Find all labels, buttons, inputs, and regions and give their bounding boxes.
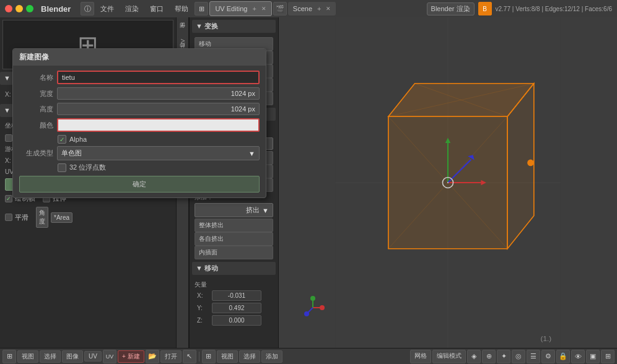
confirm-button[interactable]: 确定 [19,176,260,193]
svg-point-26 [527,160,534,167]
tool-10[interactable]: ⊞ [601,350,615,363]
smooth-row: 平滑 角度 *Area [2,206,173,229]
svg-point-32 [310,296,315,301]
tool-1[interactable]: ◈ [467,350,481,363]
bottom-bar: ⊞ 视图 选择 图像 UV UV + 新建 📂 打开 ↖ ⊞ 视图 选择 添加 … [0,348,617,364]
cursor-icon[interactable]: ↖ [183,350,196,363]
menu-file[interactable]: 文件 [95,2,119,16]
bottom-uv[interactable]: UV [84,351,102,362]
extrude-all-btn[interactable]: 整体挤出 [195,219,273,232]
gen-type-dropdown[interactable]: 单色图 ▼ [57,146,260,160]
height-label: 高度 [19,105,53,114]
window-controls[interactable] [5,5,33,12]
right-top: 用户视图 (透视) [279,17,617,348]
draw-frames-checkbox[interactable]: ✓ [5,195,12,202]
maximize-button[interactable] [26,5,33,12]
new-image-button[interactable]: + 新建 [118,350,144,363]
title-bar-right: Blender 渲染 B v2.77 | Verts:8/8 | Edges:1… [427,2,612,15]
gen-type-value: 单色图 [61,149,82,158]
open-btn[interactable]: 打开 [160,350,182,363]
separator-1 [199,352,199,362]
scene-label: Scene [293,5,312,12]
move-y-input[interactable] [212,303,261,313]
tool-9[interactable]: ▣ [586,350,600,363]
mesh-btn[interactable]: 网格 [410,350,431,363]
tab2-add-icon[interactable]: + [315,4,323,14]
tool-5[interactable]: ☰ [527,350,540,363]
uv-editing-label: UV Editing [215,5,247,12]
tab-uv-editing[interactable]: UV Editing + ✕ [209,1,271,16]
inset-btn[interactable]: 内插面 [195,246,273,259]
vert-btn-h[interactable]: H [178,20,187,29]
3d-icon[interactable]: ⊞ [202,350,216,363]
area-btn[interactable]: *Area [51,212,72,223]
transform-section[interactable]: ▼ 变换 [192,20,276,33]
float32-row: 32 位浮点数 [19,163,260,172]
edit-mode-btn[interactable]: 编辑模式 [432,350,466,363]
name-input[interactable] [57,71,260,84]
move-y-label: Y: [197,305,209,311]
tab-scene[interactable]: Scene + ✕ [288,2,336,15]
add3d-btn[interactable]: 添加 [261,350,282,363]
move-label: ▼ 移动 [196,264,218,273]
bottom-icon-1[interactable]: ⊞ [2,350,16,363]
smooth-checkbox[interactable] [5,214,12,221]
move-y-row: Y: [195,303,273,313]
extrude-slider[interactable]: 挤出 ▼ [195,203,273,217]
bottom-image[interactable]: 图像 [62,350,83,363]
view3d-btn[interactable]: 视图 [217,350,238,363]
vector-label: 矢量 [195,279,273,290]
alpha-checkbox[interactable]: ✓ [58,135,66,144]
alpha-label: Alpha [69,136,87,143]
dropdown-arrow: ▼ [248,150,255,157]
move-z-input[interactable] [212,315,261,326]
select3d-btn[interactable]: 选择 [239,350,260,363]
tool-3[interactable]: ✦ [497,350,510,363]
vert-btn-uv[interactable]: UV [178,37,187,50]
gizmo-svg [297,292,328,323]
viewport-content: (1.) [279,17,617,348]
version-info: v2.77 | Verts:8/8 | Edges:12/12 | Faces:… [496,6,612,12]
angle-btn[interactable]: 角度 [36,207,48,228]
menu-window[interactable]: 窗口 [145,2,168,16]
width-slider[interactable]: 1024 px [57,87,260,100]
gen-type-row: 生成类型 单色图 ▼ [19,146,260,160]
info-icon[interactable]: ⓘ [81,2,94,15]
tab2-close-icon[interactable]: ✕ [326,6,331,12]
move-content: 矢量 X: Y: Z: [192,277,276,330]
dialog-title: 新建图像 [13,49,266,66]
minimize-button[interactable] [15,5,23,12]
extrude-each-btn[interactable]: 各自挤出 [195,232,273,246]
bottom-right: 网格 编辑模式 ◈ ⊕ ✦ ◎ ☰ ⚙ 🔒 👁 ▣ ⊞ [410,350,615,363]
scene-icon[interactable]: 🎬 [273,2,287,15]
viewport[interactable]: 用户视图 (透视) [279,17,617,348]
smooth-label: 平滑 [15,213,28,222]
normalize-checkbox[interactable] [5,134,12,142]
bottom-view[interactable]: 视图 [17,350,38,363]
uv-icon[interactable]: UV [103,350,116,363]
tab-close-icon[interactable]: ✕ [261,6,266,12]
tab-add-icon[interactable]: + [250,4,258,14]
tool-8[interactable]: 👁 [571,350,585,363]
move-section[interactable]: ▼ 移动 [192,262,276,275]
move-z-row: Z: [195,315,273,326]
tool-2[interactable]: ⊕ [482,350,496,363]
layout-icon[interactable]: ⊞ [195,2,208,15]
height-slider[interactable]: 1024 px [57,103,260,115]
height-value: 1024 px [231,105,255,113]
bottom-select[interactable]: 选择 [40,350,61,363]
move-z-label: Z: [197,317,209,324]
menu-help[interactable]: 帮助 [170,2,193,16]
close-button[interactable] [5,5,12,12]
menu-render[interactable]: 渲染 [120,2,144,16]
tool-4[interactable]: ◎ [512,350,525,363]
float32-checkbox[interactable] [58,163,66,172]
color-swatch[interactable] [57,118,260,132]
tool-6[interactable]: ⚙ [541,350,555,363]
engine-dropdown[interactable]: Blender 渲染 [427,2,475,15]
title-bar: Blender ⓘ 文件 渲染 窗口 帮助 ⊞ UV Editing + ✕ 🎬… [0,0,617,17]
open-icon[interactable]: 📂 [146,350,159,363]
vert-btn-side[interactable]: 侧 [177,30,188,35]
move-x-input[interactable] [212,290,261,301]
tool-7[interactable]: 🔒 [556,350,570,363]
